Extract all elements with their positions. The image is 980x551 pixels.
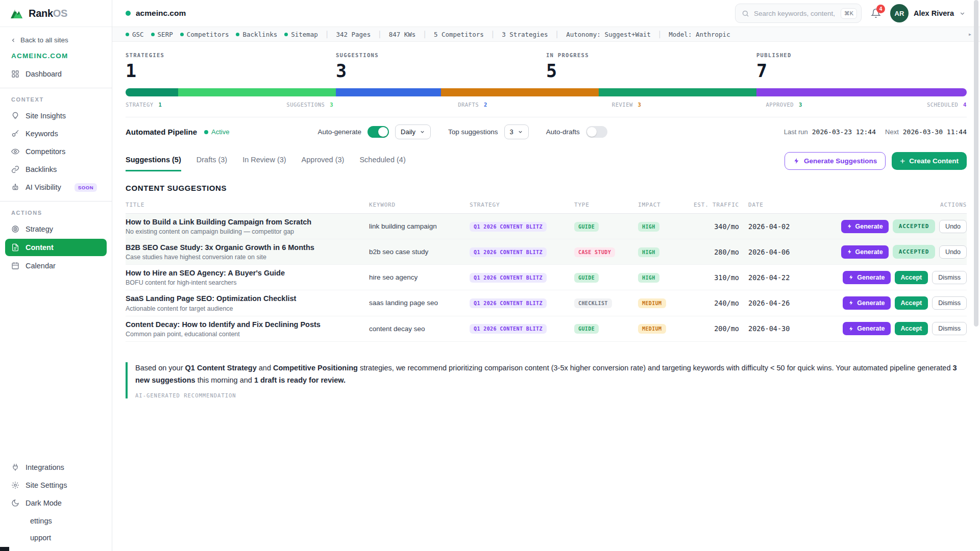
search-shortcut-kbd: ⌘K — [841, 8, 857, 19]
actions-cell: Generate ACCEPTED Undo — [829, 245, 967, 259]
user-name: Alex Rivera — [914, 9, 954, 17]
calendar-icon — [11, 262, 19, 270]
tab-approved[interactable]: Approved (3) — [302, 151, 345, 171]
dismiss-button[interactable]: Dismiss — [932, 296, 967, 310]
generate-suggestions-button[interactable]: Generate Suggestions — [785, 152, 886, 170]
sidebar-item-dark-mode[interactable]: Dark Mode — [0, 494, 112, 512]
tab-scheduled[interactable]: Scheduled (4) — [359, 151, 405, 171]
sidebar-item-backlinks[interactable]: Backlinks — [0, 161, 112, 178]
sidebar-item-support-clipped[interactable]: upport — [0, 529, 112, 546]
title-cell[interactable]: B2B SEO Case Study: 3x Organic Growth in… — [126, 243, 360, 261]
table-body: How to Build a Link Building Campaign fr… — [126, 214, 967, 342]
accept-button[interactable]: Accept — [895, 271, 928, 284]
tabs-row: Suggestions (5) Drafts (3) In Review (3)… — [126, 151, 967, 171]
undo-button[interactable]: Undo — [939, 245, 967, 259]
statusbar-expand-arrow[interactable]: ▸ — [968, 31, 972, 38]
tab-in-review[interactable]: In Review (3) — [242, 151, 286, 171]
tab-drafts[interactable]: Drafts (3) — [197, 151, 227, 171]
chevron-down-icon — [518, 129, 523, 135]
generate-button[interactable]: Generate — [843, 296, 890, 310]
active-dot-icon — [204, 130, 208, 134]
title-cell[interactable]: How to Hire an SEO Agency: A Buyer's Gui… — [126, 268, 360, 286]
sidebar-item-site-settings[interactable]: Site Settings — [0, 477, 112, 494]
last-run-value: 2026-03-23 12:44 — [812, 128, 876, 136]
kpi-published: PUBLISHED 7 — [756, 52, 967, 81]
lightning-icon — [793, 158, 800, 164]
sidebar-item-ai-visibility[interactable]: AI Visibility SOON — [0, 179, 112, 196]
accepted-badge: ACCEPTED — [893, 245, 935, 259]
title-cell[interactable]: Content Decay: How to Identify and Fix D… — [126, 320, 360, 338]
generate-button[interactable]: Generate — [841, 220, 889, 233]
bar-segment-scheduled — [756, 88, 967, 96]
sidebar-item-integrations[interactable]: Integrations — [0, 459, 112, 476]
lightbulb-icon — [11, 112, 19, 120]
top-suggestions-select[interactable]: 3 — [504, 124, 529, 139]
generate-button[interactable]: Generate — [843, 322, 890, 335]
sidebar-item-strategy[interactable]: Strategy — [0, 220, 112, 238]
create-content-button[interactable]: + Create Content — [892, 152, 967, 170]
accept-button[interactable]: Accept — [895, 322, 928, 335]
sidebar-item-content[interactable]: Content — [5, 239, 107, 256]
sidebar-item-site-insights[interactable]: Site Insights — [0, 107, 112, 124]
user-menu[interactable]: AR Alex Rivera — [890, 4, 966, 22]
actions-section-label: ACTIONS — [0, 207, 112, 220]
back-to-all-sites[interactable]: Back to all sites — [0, 27, 112, 46]
lightning-icon — [848, 300, 854, 306]
traffic-cell: 200/mo — [693, 324, 739, 333]
generate-button[interactable]: Generate — [841, 245, 889, 259]
status-dot-icon — [284, 33, 288, 36]
type-badge: GUIDE — [574, 324, 599, 334]
mountain-logo-icon — [9, 7, 23, 20]
content-suggestions-title: CONTENT SUGGESTIONS — [126, 184, 967, 192]
type-badge: GUIDE — [574, 222, 599, 232]
kpi-strategies: STRATEGIES 1 — [126, 52, 336, 81]
app-title: RankOS — [29, 8, 67, 19]
auto-generate-label: Auto-generate — [317, 128, 361, 136]
kpi-row: STRATEGIES 1 SUGGESTIONS 3 IN PROGRESS 5… — [126, 52, 967, 81]
corner-artifact — [0, 547, 9, 551]
strategy-badge: Q1 2026 CONTENT BLITZ — [470, 247, 547, 257]
pipeline-bar-labels: STRATEGY 1SUGGESTIONS 3DRAFTS 2REVIEW 3A… — [126, 102, 967, 108]
type-cell: GUIDE — [574, 272, 629, 283]
auto-drafts-toggle[interactable] — [586, 126, 607, 138]
sidebar-item-dashboard[interactable]: Dashboard — [0, 65, 112, 83]
auto-generate-toggle[interactable] — [368, 126, 389, 138]
title-cell[interactable]: How to Build a Link Building Campaign fr… — [126, 217, 360, 235]
generate-button[interactable]: Generate — [843, 271, 890, 284]
sidebar-item-settings-clipped[interactable]: ettings — [0, 512, 112, 529]
sidebar-item-competitors[interactable]: Competitors — [0, 143, 112, 160]
recommendation-footer: AI-GENERATED RECOMMENDATION — [135, 392, 967, 398]
scrollbar-thumb[interactable] — [974, 0, 978, 327]
impact-cell: HIGH — [638, 221, 684, 232]
pipeline-title: Automated Pipeline — [126, 128, 197, 136]
stat-keywords: 847 KWs — [389, 31, 416, 38]
stat-pages: 342 Pages — [336, 31, 371, 38]
lightning-icon — [847, 223, 852, 229]
strategy-cell: Q1 2026 CONTENT BLITZ — [470, 272, 565, 283]
brand-logo-row: RankOS — [0, 0, 112, 27]
tab-suggestions[interactable]: Suggestions (5) — [126, 151, 181, 171]
strategy-badge: Q1 2026 CONTENT BLITZ — [470, 222, 547, 232]
accepted-badge: ACCEPTED — [893, 219, 935, 233]
table-row: How to Hire an SEO Agency: A Buyer's Gui… — [126, 265, 967, 290]
title-cell[interactable]: SaaS Landing Page SEO: Optimization Chec… — [126, 294, 360, 312]
frequency-select[interactable]: Daily — [395, 124, 431, 139]
status-dot-icon — [151, 33, 155, 36]
strategy-badge: Q1 2026 CONTENT BLITZ — [470, 324, 547, 334]
dismiss-button[interactable]: Dismiss — [932, 271, 967, 284]
dashboard-grid-icon — [11, 70, 19, 78]
table-row: How to Build a Link Building Campaign fr… — [126, 214, 967, 239]
kpi-in-progress: IN PROGRESS 5 — [546, 52, 756, 81]
undo-button[interactable]: Undo — [939, 220, 967, 233]
pipeline-progress-bar — [126, 88, 967, 96]
sidebar-item-keywords[interactable]: Keywords — [0, 125, 112, 142]
search-input[interactable]: Search keywords, content, page... ⌘K — [735, 4, 862, 23]
content-area: STRATEGIES 1 SUGGESTIONS 3 IN PROGRESS 5… — [112, 42, 980, 551]
notifications-button[interactable]: 4 — [871, 8, 881, 18]
date-cell: 2026-04-22 — [748, 273, 820, 282]
source-backlinks: Backlinks — [236, 31, 277, 38]
accept-button[interactable]: Accept — [895, 296, 928, 310]
sidebar-item-calendar[interactable]: Calendar — [0, 257, 112, 274]
bar-label-review: REVIEW 3 — [612, 102, 642, 108]
dismiss-button[interactable]: Dismiss — [932, 322, 967, 335]
